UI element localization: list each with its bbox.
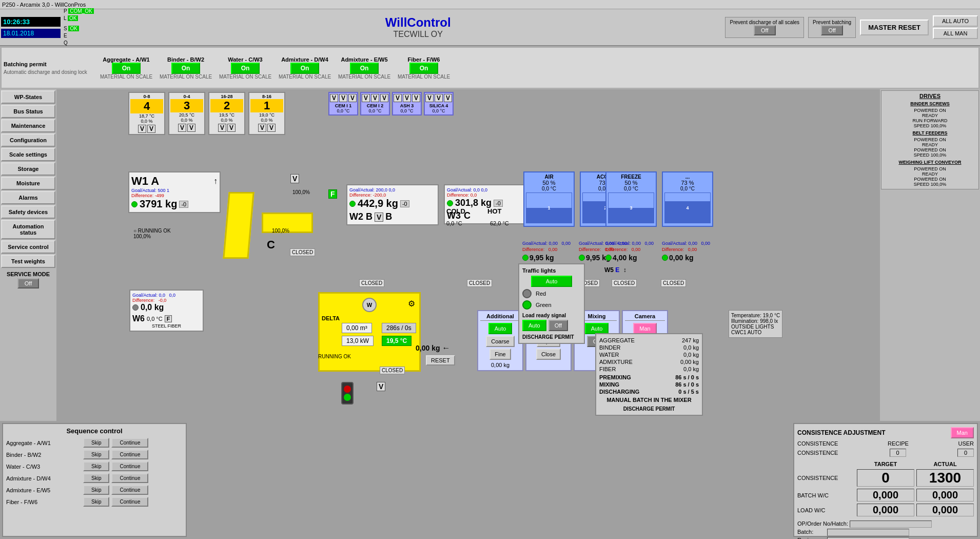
f-label-green[interactable]: F xyxy=(328,189,337,199)
v-btn-0-8-a[interactable]: V xyxy=(138,125,146,133)
cons-man-btn[interactable]: Man xyxy=(951,427,974,438)
scale-b-btn[interactable]: On xyxy=(171,63,201,74)
v-cem1-1a[interactable]: V xyxy=(330,94,338,102)
seq-skip-0[interactable]: Skip xyxy=(83,438,109,448)
hatch1-close-btn[interactable]: Close xyxy=(536,349,561,360)
silo-cem1-1: V V V CEM I 1 0,0 °C xyxy=(328,92,358,116)
v-ash-3b[interactable]: V xyxy=(403,94,411,102)
seq-continue-4[interactable]: Continue xyxy=(111,485,148,495)
service-mode-section: SERVICE MODE Off xyxy=(1,271,55,288)
mix-time: 86 s / 0 s xyxy=(675,381,699,388)
additional-coarse-btn[interactable]: Coarse xyxy=(486,336,514,347)
adm4-pct: 73 % xyxy=(664,180,711,186)
v-ash-3a[interactable]: V xyxy=(394,94,402,102)
w2b-minus[interactable]: -0 xyxy=(400,200,409,207)
load-ready-auto-btn[interactable]: Auto xyxy=(522,320,546,331)
seq-continue-3[interactable]: Continue xyxy=(111,473,148,483)
closed-adm4: CLOSED xyxy=(661,279,686,287)
v-btn-8-16-b[interactable]: V xyxy=(267,124,276,132)
freeze-bar: 3 xyxy=(608,192,654,223)
sidebar-btn-safety-devices[interactable]: Safety devices xyxy=(1,205,55,219)
seq-skip-1[interactable]: Skip xyxy=(83,450,109,459)
sidebar-btn-service-control[interactable]: Service control xyxy=(1,240,55,254)
seq-skip-2[interactable]: Skip xyxy=(83,461,109,471)
service-mode-btn[interactable]: Off xyxy=(17,278,39,288)
sidebar-btn-storage[interactable]: Storage xyxy=(1,162,55,176)
batch-field[interactable] xyxy=(827,529,909,536)
powered-on-2: POWERED ON xyxy=(884,137,976,142)
cold-label: COLD xyxy=(446,207,465,215)
v-elevator[interactable]: V xyxy=(290,174,299,183)
seq-continue-5[interactable]: Continue xyxy=(111,497,148,507)
prevent-batching-btn[interactable]: Off xyxy=(821,25,842,35)
v-btn-0-8-b[interactable]: V xyxy=(147,125,155,133)
prevent-discharge-btn[interactable]: Off xyxy=(754,25,775,35)
sidebar-btn-moisture[interactable]: Moisture xyxy=(1,177,55,190)
sidebar-btn-test-weights[interactable]: Test weights xyxy=(1,255,55,268)
v-btn-16-28-b[interactable]: V xyxy=(227,124,236,132)
sidebar-btn-configuration[interactable]: Configuration xyxy=(1,133,55,147)
v-cem1-1b[interactable]: V xyxy=(339,94,347,102)
v-cem1-2c[interactable]: V xyxy=(380,94,388,102)
w1a-minus[interactable]: -0 xyxy=(179,201,188,208)
load-ready-off-btn[interactable]: Off xyxy=(548,320,568,331)
mixer-weight: 0,00 kg xyxy=(416,344,440,352)
batch-wc-label: BATCH W/C xyxy=(797,492,855,498)
scale-c-btn[interactable]: On xyxy=(231,63,260,74)
drives-title: DRIVES xyxy=(884,93,976,99)
v-bottom[interactable]: V xyxy=(377,382,385,391)
w2b-weight-row: 442,9 kg -0 xyxy=(349,198,436,209)
sidebar-btn-wp-states[interactable]: WP-States xyxy=(1,90,55,104)
tl-auto-row: Auto xyxy=(522,276,581,287)
hot-label: HOT xyxy=(487,207,501,215)
agg-bin-0-8-labels: 0-8 xyxy=(130,94,163,99)
tl-green-label: Green xyxy=(536,302,552,308)
seq-skip-4[interactable]: Skip xyxy=(83,485,109,495)
v-silica-4c[interactable]: V xyxy=(444,94,452,102)
scroll-btn-w5[interactable]: ↕ xyxy=(623,266,626,274)
sidebar-btn-scale-settings[interactable]: Scale settings xyxy=(1,148,55,161)
seq-continue-1[interactable]: Continue xyxy=(111,450,148,459)
v-btn-0-4-a[interactable]: V xyxy=(178,124,186,132)
v-ash-3c[interactable]: V xyxy=(412,94,420,102)
v-btn-16-28-a[interactable]: V xyxy=(218,124,226,132)
sidebar-btn-bus-status[interactable]: Bus Status xyxy=(1,105,55,118)
silo-cem1-1-v: V V V xyxy=(330,94,356,102)
scale-d-btn[interactable]: On xyxy=(290,63,320,74)
additional-fine-btn[interactable]: Fine xyxy=(489,349,511,360)
reset-btn[interactable]: RESET xyxy=(426,355,455,365)
seq-skip-5[interactable]: Skip xyxy=(83,497,109,507)
com-ok: COM_OK xyxy=(68,8,93,14)
v-w2b[interactable]: V xyxy=(375,213,383,222)
all-auto-btn[interactable]: ALL AUTO xyxy=(933,15,978,27)
scale-e-btn[interactable]: On xyxy=(350,63,379,74)
v-silica-4a[interactable]: V xyxy=(425,94,434,102)
all-man-btn[interactable]: ALL MAN xyxy=(933,28,978,39)
scale-f-btn[interactable]: On xyxy=(409,63,439,74)
additional-auto-btn[interactable]: Auto xyxy=(488,323,513,334)
camera-man-btn[interactable]: Man xyxy=(633,323,656,334)
v-cem1-1c[interactable]: V xyxy=(348,94,357,102)
v-btn-0-4-b[interactable]: V xyxy=(187,124,195,132)
sidebar-btn-alarms[interactable]: Alarms xyxy=(1,191,55,204)
seq-continue-2[interactable]: Continue xyxy=(111,461,148,471)
v-cem1-2b[interactable]: V xyxy=(371,94,379,102)
seq-name-0: Aggregate - A/W1 xyxy=(6,440,83,446)
w5-label-area: W5 E ↕ xyxy=(604,266,626,274)
v-cem1-2a[interactable]: V xyxy=(362,94,370,102)
recipe-field[interactable] xyxy=(827,537,909,539)
w3c-minus[interactable]: -0 xyxy=(494,200,503,207)
master-reset-btn[interactable]: MASTER RESET xyxy=(860,20,929,35)
mixing-auto-btn[interactable]: Auto xyxy=(585,323,609,334)
tl-auto-btn[interactable]: Auto xyxy=(531,276,572,287)
env-data-panel: Temperature: 19,0 °C Illumination: 998,0… xyxy=(729,310,782,338)
seq-skip-3[interactable]: Skip xyxy=(83,473,109,483)
sidebar-btn-automation-status[interactable]: Automation status xyxy=(1,220,55,239)
batch-label: Batch: xyxy=(797,529,813,535)
scale-a-btn[interactable]: On xyxy=(112,63,141,74)
v-btn-8-16-a[interactable]: V xyxy=(258,124,266,132)
seq-continue-0[interactable]: Continue xyxy=(111,438,148,448)
sidebar-btn-maintenance[interactable]: Maintenance xyxy=(1,119,55,132)
op-order-field[interactable] xyxy=(850,521,932,528)
v-silica-4b[interactable]: V xyxy=(435,94,443,102)
